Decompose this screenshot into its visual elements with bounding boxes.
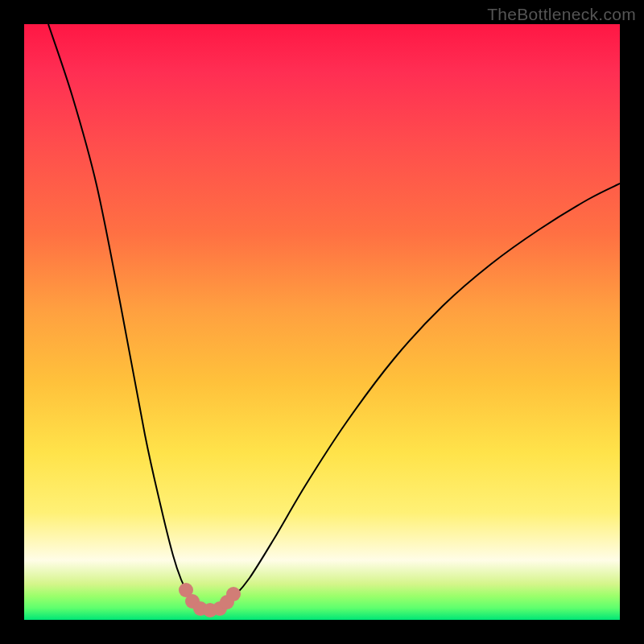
curve-marker xyxy=(226,587,241,601)
chart-frame xyxy=(24,24,620,620)
bottleneck-curve xyxy=(48,24,620,610)
chart-curve-layer xyxy=(24,24,620,620)
watermark-text: TheBottleneck.com xyxy=(487,5,636,24)
